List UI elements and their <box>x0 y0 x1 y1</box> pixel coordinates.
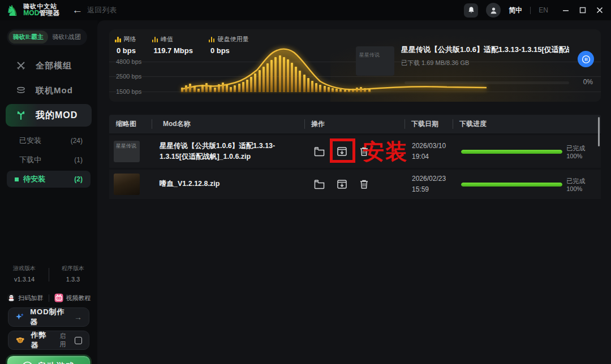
install-mod-button[interactable] <box>336 179 348 190</box>
download-title: 星星传说【公共版1.0.6】适配1.3.13-1.3.15[仅适配战帆]_1.0… <box>401 45 569 55</box>
bar-chart-icon <box>115 36 121 42</box>
install-icon <box>336 146 348 157</box>
app-logo-horse-icon: ♞ <box>6 3 19 18</box>
row-progress: 已完成100% <box>453 177 601 192</box>
stat-disk: 硬盘使用量 0 bps <box>209 35 249 55</box>
sidebar: 骑砍II:霸主 骑砍I:战团 全部模组 联机Mod 我的MOD 已安装 (24) <box>0 20 97 364</box>
download-percent: 0% <box>583 78 593 86</box>
back-group: ← 返回列表 <box>72 4 117 16</box>
layers-icon <box>16 85 26 96</box>
monkey-icon <box>15 335 25 345</box>
pause-icon <box>582 55 591 64</box>
window-minimize-button[interactable] <box>562 7 569 14</box>
delete-mod-button[interactable] <box>359 146 369 157</box>
user-icon <box>489 6 498 15</box>
enable-label: 启用 <box>59 332 71 349</box>
user-avatar-button[interactable] <box>486 3 501 18</box>
folder-icon <box>313 179 325 190</box>
col-header-progress: 下载进度 <box>453 115 601 133</box>
table-row: 星星传说 星星传说【公共版1.0.6】适配1.3.13-1.3.15[仅适配战帆… <box>109 135 601 168</box>
col-header-actions: 操作 <box>304 115 405 133</box>
col-header-name: Mod名称 <box>152 115 304 133</box>
app-version-value: 1.3.3 <box>49 276 97 283</box>
count-badge: (24) <box>71 137 83 145</box>
progress-track <box>461 183 562 187</box>
sidebar-item-label: 全部模组 <box>36 60 72 71</box>
stat-peak: 峰值 119.7 Mbps <box>152 35 193 55</box>
back-arrow-icon[interactable]: ← <box>72 4 83 16</box>
video-tutorial-link[interactable]: 视频教程 <box>54 293 91 302</box>
table-row: 嗜血_V1.2.12.8.zip 2026/02/23 15:59 <box>109 170 601 199</box>
bar-chart-icon <box>152 36 158 42</box>
sidebar-item-online-mods[interactable]: 联机Mod <box>6 79 92 102</box>
cheat-tool-button[interactable]: 作弊器 启用 <box>8 331 89 350</box>
pause-download-button[interactable] <box>578 51 594 67</box>
app-version-label: 程序版本 <box>49 265 97 272</box>
game-tabs: 骑砍II:霸主 骑砍I:战团 <box>7 29 87 45</box>
sidebar-sub-downloading[interactable]: 下载中 (1) <box>7 151 91 168</box>
qq-group-link[interactable]: 扫码加群 <box>7 293 44 302</box>
language-toggle-cn[interactable]: 简中 <box>509 6 522 15</box>
y-axis-tick: 1500 bps <box>116 88 141 95</box>
y-axis-tick: 4800 bps <box>116 58 141 65</box>
install-mod-button[interactable] <box>336 146 348 157</box>
sidebar-item-my-mods[interactable]: 我的MOD <box>6 104 92 127</box>
progress-label: 已完成100% <box>566 177 601 192</box>
stat-network: 网络 0 bps <box>115 35 136 55</box>
app-brand: 骑砍中文站 MOD管理器 <box>23 3 59 17</box>
main-content: 网络 0 bps 峰值 119.7 Mbps 硬盘使用量 <box>97 20 611 364</box>
maximize-icon <box>579 7 586 14</box>
trident-icon <box>16 110 26 120</box>
col-header-date: 下载日期 <box>405 115 453 133</box>
install-icon <box>336 179 348 190</box>
back-label[interactable]: 返回列表 <box>87 5 117 15</box>
window-close-button[interactable] <box>596 7 603 14</box>
crossed-swords-icon <box>16 60 26 71</box>
sidebar-item-label: 我的MOD <box>36 110 78 122</box>
cheat-enable-checkbox[interactable] <box>75 337 82 344</box>
notification-button[interactable] <box>464 3 478 18</box>
language-divider <box>530 7 531 14</box>
folder-icon <box>313 146 325 157</box>
count-badge: (1) <box>74 156 83 164</box>
mod-name: 星星传说【公共版1.0.6】适配1.3.13-1.3.15[仅适配战帆]_1.0… <box>152 141 304 163</box>
window-maximize-button[interactable] <box>579 7 586 14</box>
download-size-status: 已下载 1.69 MB/8.36 GB <box>401 59 596 67</box>
table-scrollbar[interactable] <box>598 117 600 146</box>
trash-icon <box>359 179 369 190</box>
sidebar-item-all-mods[interactable]: 全部模组 <box>6 54 92 77</box>
progress-track <box>461 150 562 154</box>
open-folder-button[interactable] <box>313 179 325 190</box>
qq-icon <box>7 293 16 302</box>
delete-mod-button[interactable] <box>359 179 369 190</box>
sidebar-sub-to-install[interactable]: 待安装 (2) <box>7 171 91 188</box>
open-folder-button[interactable] <box>313 146 325 157</box>
progress-fill <box>461 183 562 187</box>
network-bars <box>181 53 371 92</box>
game-version-value: v1.3.14 <box>0 276 49 283</box>
mod-maker-button[interactable]: MOD制作器 → <box>8 307 89 327</box>
mod-thumbnail: 星星传说 <box>114 141 140 162</box>
minimize-icon <box>562 7 569 14</box>
y-axis-tick: 2500 bps <box>116 73 141 80</box>
bilibili-icon <box>54 293 63 302</box>
progress-fill <box>461 150 562 154</box>
play-icon <box>22 361 33 364</box>
tab-bannerlord[interactable]: 骑砍II:霸主 <box>8 31 48 44</box>
language-toggle-en[interactable]: EN <box>539 6 548 14</box>
close-icon <box>596 7 603 14</box>
links-divider <box>49 294 49 302</box>
titlebar: ♞ 骑砍中文站 MOD管理器 ← 返回列表 简中 EN <box>0 0 611 20</box>
tab-warband[interactable]: 骑砍I:战团 <box>48 31 85 44</box>
brand-line2: MOD管理器 <box>23 10 59 17</box>
sidebar-sub-installed[interactable]: 已安装 (24) <box>7 132 91 149</box>
trash-icon <box>359 146 369 157</box>
launch-game-button[interactable]: 启动游戏 <box>7 356 91 364</box>
row-progress: 已完成100% <box>453 144 601 159</box>
network-monitor-panel: 网络 0 bps 峰值 119.7 Mbps 硬盘使用量 <box>109 29 601 102</box>
mod-table: 缩略图 Mod名称 操作 下载日期 下载进度 星星传说 星星传说【公共版1.0.… <box>109 115 601 199</box>
game-version-label: 游戏版本 <box>0 265 49 272</box>
col-header-thumbnail: 缩略图 <box>109 115 152 133</box>
active-bullet <box>15 177 19 181</box>
download-progress-track <box>405 81 569 84</box>
